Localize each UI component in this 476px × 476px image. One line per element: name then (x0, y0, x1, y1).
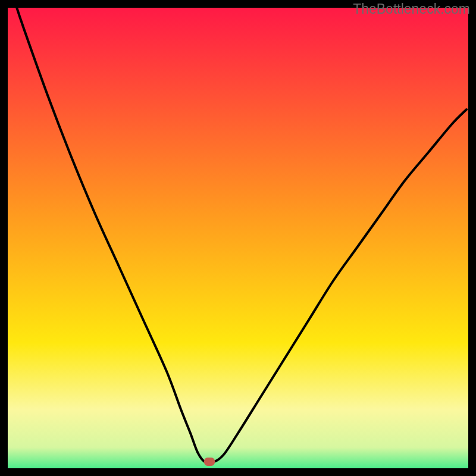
plot-background (0, 0, 476, 476)
min-marker (204, 458, 215, 466)
watermark-text: TheBottleneck.com (353, 1, 470, 17)
chart-svg (0, 0, 476, 476)
bottleneck-chart: TheBottleneck.com (0, 0, 476, 476)
